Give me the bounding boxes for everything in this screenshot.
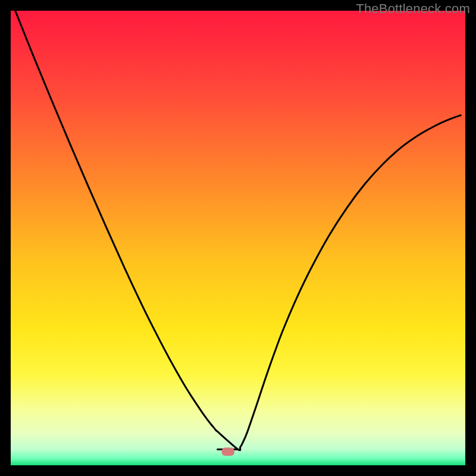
gradient-background <box>11 11 465 465</box>
bottleneck-chart <box>11 11 465 465</box>
watermark-text: TheBottleneck.com <box>356 1 470 17</box>
bottleneck-marker <box>221 447 234 456</box>
